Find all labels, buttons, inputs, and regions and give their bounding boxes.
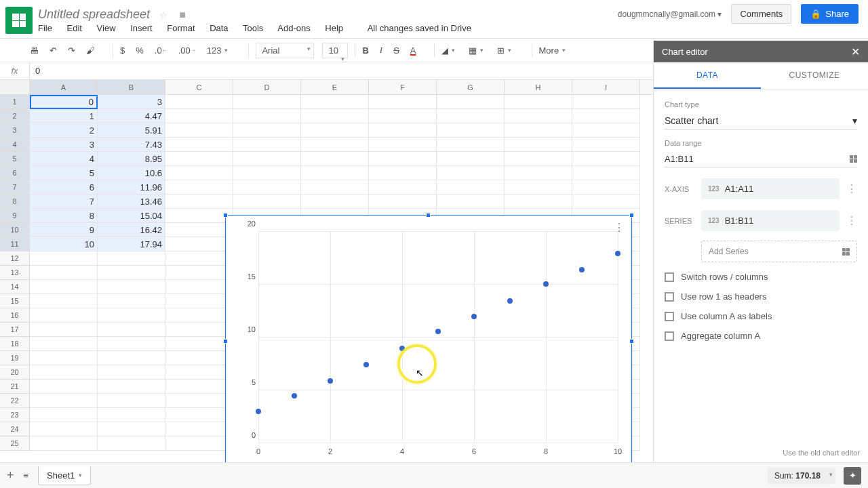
cell[interactable] bbox=[165, 195, 233, 209]
cell[interactable] bbox=[165, 237, 233, 251]
cell[interactable] bbox=[30, 394, 98, 408]
cell[interactable] bbox=[98, 436, 165, 451]
cell[interactable] bbox=[165, 365, 233, 380]
col-header-h[interactable]: H bbox=[505, 80, 572, 94]
folder-icon[interactable]: ■ bbox=[179, 9, 186, 20]
cell[interactable]: 9 bbox=[30, 223, 98, 237]
row-header[interactable]: 22 bbox=[0, 394, 30, 408]
cell[interactable]: 4.47 bbox=[98, 109, 165, 123]
row-header[interactable]: 10 bbox=[0, 223, 30, 237]
row-header[interactable]: 18 bbox=[0, 337, 30, 351]
fx-value[interactable]: 0 bbox=[30, 66, 40, 76]
data-range-input[interactable]: A1:B11 bbox=[665, 151, 857, 167]
row-header[interactable]: 1 bbox=[0, 95, 30, 109]
cell[interactable] bbox=[98, 351, 165, 365]
cell[interactable] bbox=[165, 138, 233, 152]
cell[interactable] bbox=[437, 123, 505, 138]
cell[interactable] bbox=[233, 138, 301, 152]
resize-handle-w[interactable] bbox=[223, 339, 228, 344]
cell[interactable] bbox=[30, 351, 98, 365]
menu-file[interactable]: File bbox=[38, 23, 52, 33]
row-header[interactable]: 17 bbox=[0, 323, 30, 337]
cell[interactable] bbox=[233, 152, 301, 166]
cell[interactable] bbox=[165, 95, 233, 109]
app-logo[interactable] bbox=[5, 7, 33, 34]
cell[interactable]: 17.94 bbox=[98, 237, 165, 251]
data-point[interactable] bbox=[363, 362, 369, 367]
menu-format[interactable]: Format bbox=[167, 23, 195, 33]
data-point[interactable] bbox=[579, 267, 585, 272]
cell[interactable] bbox=[30, 422, 98, 436]
text-color-button[interactable]: A bbox=[410, 45, 416, 56]
cell[interactable] bbox=[165, 408, 233, 422]
cell[interactable] bbox=[165, 180, 233, 195]
cell[interactable] bbox=[505, 95, 572, 109]
checkbox-aggregate-a[interactable]: Aggregate column A bbox=[665, 331, 857, 341]
print-icon[interactable]: 🖶 bbox=[30, 45, 39, 56]
row-header[interactable]: 11 bbox=[0, 237, 30, 251]
cell[interactable] bbox=[233, 180, 301, 195]
cell[interactable]: 10 bbox=[30, 237, 98, 251]
cell[interactable] bbox=[98, 408, 165, 422]
cell[interactable] bbox=[437, 152, 505, 166]
row-header[interactable]: 3 bbox=[0, 123, 30, 138]
data-point[interactable] bbox=[543, 281, 549, 287]
cell[interactable] bbox=[233, 109, 301, 123]
cell[interactable] bbox=[572, 152, 640, 166]
cell[interactable] bbox=[301, 123, 369, 138]
cell[interactable]: 0 bbox=[30, 95, 98, 109]
add-series-button[interactable]: Add Series bbox=[701, 241, 857, 262]
series-chip[interactable]: 123 B1:B11 bbox=[701, 210, 840, 231]
cell[interactable] bbox=[369, 138, 437, 152]
data-point[interactable] bbox=[471, 314, 477, 319]
cell[interactable]: 10.6 bbox=[98, 166, 165, 180]
doc-title[interactable]: Untitled spreadsheet bbox=[38, 7, 150, 22]
cell[interactable] bbox=[165, 351, 233, 365]
more-button[interactable]: More bbox=[539, 45, 569, 56]
checkbox-row1-headers[interactable]: Use row 1 as headers bbox=[665, 291, 857, 302]
cell[interactable] bbox=[165, 251, 233, 266]
number-format-button[interactable]: 123 bbox=[207, 45, 231, 56]
menu-addons[interactable]: Add-ons bbox=[277, 23, 310, 33]
cell[interactable] bbox=[505, 166, 572, 180]
redo-icon[interactable]: ↷ bbox=[68, 45, 75, 56]
cell[interactable] bbox=[572, 109, 640, 123]
row-header[interactable]: 4 bbox=[0, 138, 30, 152]
cell[interactable] bbox=[369, 109, 437, 123]
cell[interactable] bbox=[572, 195, 640, 209]
cell[interactable] bbox=[30, 251, 98, 266]
cell[interactable]: 13.46 bbox=[98, 195, 165, 209]
merge-button[interactable]: ⊞ bbox=[497, 45, 514, 56]
resize-handle-n[interactable] bbox=[426, 213, 431, 218]
increase-decimal-button[interactable]: .00→ bbox=[178, 45, 196, 56]
row-header[interactable]: 8 bbox=[0, 195, 30, 209]
cell[interactable] bbox=[505, 180, 572, 195]
xaxis-menu-icon[interactable]: ⋮ bbox=[846, 182, 857, 195]
cell[interactable] bbox=[165, 109, 233, 123]
cell[interactable] bbox=[437, 109, 505, 123]
cell[interactable] bbox=[165, 380, 233, 394]
row-header[interactable]: 21 bbox=[0, 380, 30, 394]
row-header[interactable]: 24 bbox=[0, 422, 30, 436]
data-point[interactable] bbox=[328, 378, 333, 384]
font-size-select[interactable]: 10 bbox=[322, 43, 348, 58]
col-header-g[interactable]: G bbox=[437, 80, 505, 94]
close-icon[interactable]: ✕ bbox=[851, 45, 860, 58]
cell[interactable] bbox=[30, 294, 98, 308]
col-header-a[interactable]: A bbox=[30, 80, 98, 94]
cell[interactable] bbox=[98, 266, 165, 280]
percent-button[interactable]: % bbox=[136, 45, 144, 56]
user-email[interactable]: dougmmcnally@gmail.com ▾ bbox=[618, 9, 722, 19]
cell[interactable] bbox=[165, 323, 233, 337]
cell[interactable] bbox=[30, 266, 98, 280]
old-editor-link[interactable]: Use the old chart editor bbox=[783, 449, 860, 457]
select-range-icon[interactable] bbox=[850, 155, 857, 163]
cell[interactable]: 5 bbox=[30, 166, 98, 180]
tab-data[interactable]: DATA bbox=[654, 62, 761, 89]
cell[interactable] bbox=[505, 138, 572, 152]
cell[interactable] bbox=[30, 408, 98, 422]
chart-type-select[interactable]: Scatter chart ▾ bbox=[665, 113, 857, 129]
menu-insert[interactable]: Insert bbox=[130, 23, 153, 33]
star-icon[interactable]: ☆ bbox=[159, 10, 167, 20]
menu-edit[interactable]: Edit bbox=[67, 23, 82, 33]
